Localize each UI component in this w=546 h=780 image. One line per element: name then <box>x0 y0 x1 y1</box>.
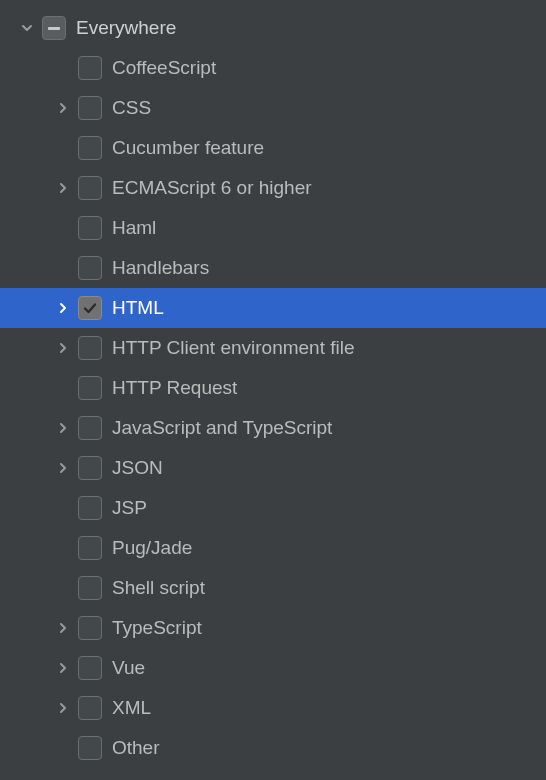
tree-row[interactable]: HTTP Client environment file <box>0 328 546 368</box>
tree-item-label: Shell script <box>112 577 205 599</box>
tree-row[interactable]: Pug/Jade <box>0 528 546 568</box>
tree-row[interactable]: HTTP Request <box>0 368 546 408</box>
tree-item-label: Other <box>112 737 160 759</box>
chevron-right-icon[interactable] <box>52 457 74 479</box>
chevron-right-icon[interactable] <box>52 697 74 719</box>
chevron-right-icon[interactable] <box>52 337 74 359</box>
checkbox[interactable] <box>78 56 102 80</box>
chevron-right-icon[interactable] <box>52 177 74 199</box>
checkbox[interactable] <box>78 96 102 120</box>
chevron-right-icon[interactable] <box>52 297 74 319</box>
tree-item-label: XML <box>112 697 151 719</box>
chevron-right-icon[interactable] <box>52 617 74 639</box>
tree-row[interactable]: CoffeeScript <box>0 48 546 88</box>
checkbox[interactable] <box>78 696 102 720</box>
language-tree: EverywhereCoffeeScriptCSSCucumber featur… <box>0 8 546 768</box>
tree-item-label: HTML <box>112 297 164 319</box>
checkbox[interactable] <box>78 176 102 200</box>
chevron-down-icon[interactable] <box>16 17 38 39</box>
tree-row[interactable]: CSS <box>0 88 546 128</box>
chevron-right-icon[interactable] <box>52 97 74 119</box>
checkbox[interactable] <box>78 656 102 680</box>
tree-item-label: JavaScript and TypeScript <box>112 417 332 439</box>
checkbox[interactable] <box>78 256 102 280</box>
tree-item-label: Pug/Jade <box>112 537 192 559</box>
tree-root-row[interactable]: Everywhere <box>0 8 546 48</box>
checkbox[interactable] <box>78 456 102 480</box>
tree-row[interactable]: Haml <box>0 208 546 248</box>
tree-row[interactable]: Other <box>0 728 546 768</box>
tree-row[interactable]: JavaScript and TypeScript <box>0 408 546 448</box>
tree-item-label: Vue <box>112 657 145 679</box>
tree-row[interactable]: XML <box>0 688 546 728</box>
checkbox[interactable] <box>78 296 102 320</box>
tree-item-label: JSP <box>112 497 147 519</box>
checkbox[interactable] <box>78 376 102 400</box>
tree-item-label: ECMAScript 6 or higher <box>112 177 312 199</box>
tree-item-label: Everywhere <box>76 17 176 39</box>
tree-row[interactable]: Shell script <box>0 568 546 608</box>
checkbox[interactable] <box>78 576 102 600</box>
tree-item-label: HTTP Client environment file <box>112 337 355 359</box>
tree-row[interactable]: ECMAScript 6 or higher <box>0 168 546 208</box>
checkbox[interactable] <box>78 536 102 560</box>
chevron-right-icon[interactable] <box>52 417 74 439</box>
checkbox[interactable] <box>78 736 102 760</box>
tree-item-label: Handlebars <box>112 257 209 279</box>
tree-row[interactable]: Vue <box>0 648 546 688</box>
tree-item-label: Haml <box>112 217 156 239</box>
tree-item-label: JSON <box>112 457 163 479</box>
chevron-right-icon[interactable] <box>52 657 74 679</box>
checkbox[interactable] <box>78 216 102 240</box>
tree-item-label: CSS <box>112 97 151 119</box>
tree-item-label: CoffeeScript <box>112 57 216 79</box>
tree-row[interactable]: JSP <box>0 488 546 528</box>
tree-item-label: HTTP Request <box>112 377 237 399</box>
tree-row[interactable]: JSON <box>0 448 546 488</box>
checkbox[interactable] <box>78 616 102 640</box>
checkbox[interactable] <box>42 16 66 40</box>
tree-row[interactable]: TypeScript <box>0 608 546 648</box>
tree-item-label: TypeScript <box>112 617 202 639</box>
tree-row[interactable]: Handlebars <box>0 248 546 288</box>
tree-row[interactable]: HTML <box>0 288 546 328</box>
tree-item-label: Cucumber feature <box>112 137 264 159</box>
checkbox[interactable] <box>78 136 102 160</box>
tree-row[interactable]: Cucumber feature <box>0 128 546 168</box>
checkbox[interactable] <box>78 496 102 520</box>
checkbox[interactable] <box>78 336 102 360</box>
checkbox[interactable] <box>78 416 102 440</box>
